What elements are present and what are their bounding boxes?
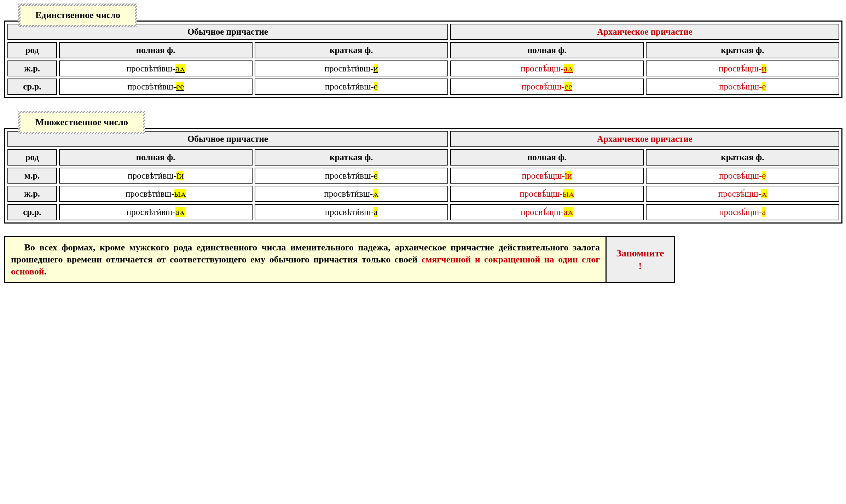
cell: просвѣ́щш-а [646, 204, 839, 220]
row-label: ср.р. [7, 79, 57, 95]
col-archaic: Архаическое причастие [450, 131, 839, 147]
cell: просвѣ́щш-їи [450, 168, 644, 184]
cell: просвѣти́вш-ѧ [255, 186, 448, 202]
table-row: ср.р. просвѣти́вш-ее просвѣти́вш-е просв… [7, 79, 839, 95]
col-archaic: Архаическое причастие [450, 24, 839, 40]
cell: просвѣти́вш-е [255, 79, 448, 95]
cell: просвѣ́щш-аѧ [450, 60, 644, 77]
singular-title: Единственное число [18, 4, 137, 27]
cell: просвѣ́щш-ее [450, 79, 644, 95]
cell: просвѣти́вш-їи [59, 168, 253, 184]
sub-short-ord: краткая ф. [255, 42, 448, 58]
row-label: ж.р. [7, 186, 57, 202]
sub-full-ord: полная ф. [59, 149, 253, 166]
sub-full-arc: полная ф. [450, 42, 644, 58]
plural-section: Множественное число Обычное причастие Ар… [4, 111, 842, 224]
cell: просвѣ́щш-е [646, 79, 839, 95]
cell: просвѣ́щш-ыѧ [450, 186, 644, 202]
cell: просвѣти́вш-аѧ [59, 204, 253, 220]
cell: просвѣти́вш-е [255, 168, 448, 184]
sub-full-arc: полная ф. [450, 149, 644, 166]
cell: просвѣти́вш-аѧ [59, 60, 253, 77]
singular-section: Единственное число Обычное причастие Арх… [4, 4, 842, 98]
row-label: ж.р. [7, 60, 57, 77]
sub-gender: род [7, 42, 57, 58]
cell: просвѣти́вш-ее [59, 79, 253, 95]
table-row: м.р. просвѣти́вш-їи просвѣти́вш-е просвѣ… [7, 168, 839, 184]
sub-short-arc: краткая ф. [646, 42, 839, 58]
table-row: ж.р. просвѣти́вш-ыѧ просвѣти́вш-ѧ просвѣ… [7, 186, 839, 202]
sub-full-ord: полная ф. [59, 42, 253, 58]
sub-gender: род [7, 149, 57, 166]
plural-title: Множественное число [18, 111, 145, 134]
memo-label: Запомните ! [607, 237, 674, 282]
sub-short-ord: краткая ф. [255, 149, 448, 166]
table-row: ж.р. просвѣти́вш-аѧ просвѣти́вш-и просвѣ… [7, 60, 839, 77]
cell: просвѣти́вш-а [255, 204, 448, 220]
cell: просвѣ́щш-е [646, 168, 839, 184]
cell: просвѣ́щш-и [646, 60, 839, 77]
cell: просвѣти́вш-ыѧ [59, 186, 253, 202]
cell: просвѣ́щш-ѧ [646, 186, 839, 202]
memo-box: Во всех формах, кроме мужского рода един… [4, 236, 675, 283]
singular-table: Обычное причастие Архаическое причастие … [5, 22, 841, 97]
cell: просвѣ́щш-аѧ [450, 204, 644, 220]
memo-text: Во всех формах, кроме мужского рода един… [5, 237, 607, 282]
sub-short-arc: краткая ф. [646, 149, 839, 166]
row-label: ср.р. [7, 204, 57, 220]
plural-table: Обычное причастие Архаическое причастие … [5, 129, 841, 222]
table-row: ср.р. просвѣти́вш-аѧ просвѣти́вш-а просв… [7, 204, 839, 220]
row-label: м.р. [7, 168, 57, 184]
cell: просвѣти́вш-и [255, 60, 448, 77]
